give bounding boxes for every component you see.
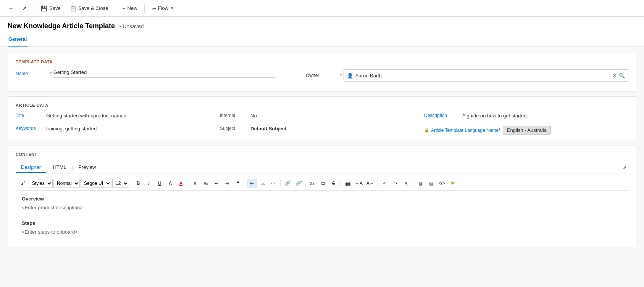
internal-label: Internal [220,113,250,118]
tabs-bar: General [0,32,644,47]
unordered-list-button[interactable]: ≡ [190,179,200,188]
editor-content[interactable]: Overview <Enter product description> Ste… [16,191,628,241]
strikethrough-button[interactable]: S [329,179,339,188]
tab-preview[interactable]: Preview [73,162,101,173]
ltr-button[interactable]: A→ [365,179,376,188]
outdent-button[interactable]: ⇤ [211,179,221,188]
content-header: CONTENT [16,152,628,157]
ed-sep-3 [245,180,245,187]
template-name-row: Name * Getting Started Owner * 👤 Aaron B… [16,69,628,82]
editor-toolbar: 🖌 Styles Normal Segoe UI 12 B I U A̲ A [16,176,628,191]
content-section: CONTENT Designer | HTML | Preview ⇗ 🖌 St… [8,146,636,247]
image-button[interactable]: 📷 [343,179,353,188]
page-unsaved-label: - Unsaved [119,23,144,29]
rtl-button[interactable]: ←A [353,179,364,188]
ed-sep-6 [341,180,341,187]
paintbrush-button[interactable]: 🖌 [18,179,28,188]
title-field: Title Getting started with <product name… [16,113,220,121]
highlight-button[interactable]: A̲ [165,179,175,188]
description-field: Description A guide on how to get starte… [424,113,628,121]
toolbar-sep-1 [34,4,34,13]
owner-clear-button[interactable]: ✕ [613,73,617,78]
font-select[interactable]: Segoe UI [81,179,111,188]
editor-heading-steps: Steps [22,220,622,228]
ordered-list-button[interactable]: ≡₀ [201,179,211,188]
title-value[interactable]: Getting started with <product name> [46,113,212,121]
flow-label: Flow [158,5,168,11]
ed-sep-5 [305,180,305,187]
owner-search-icon[interactable]: 🔍 [619,73,625,79]
keywords-value[interactable]: training, getting started [46,126,212,134]
description-value: A guide on how to get started. [462,113,628,121]
save-button[interactable]: 💾 Save [37,3,65,13]
toolbar-sep-3 [144,4,145,13]
format-select[interactable]: Normal [53,179,80,188]
subscript-button[interactable]: x2 [318,179,328,188]
page-title: New Knowledge Article Template [8,22,115,30]
ed-sep-8 [413,180,413,187]
indent-button[interactable]: ⇥ [222,179,232,188]
name-field: Name * Getting Started [16,69,275,78]
title-label: Title [16,113,46,118]
lock-icon: 🔒 [424,128,429,133]
align-right-button[interactable]: ⇨ [268,179,278,188]
unlink-button[interactable]: 🔗× [293,179,303,188]
italic-button[interactable]: I [144,179,154,188]
popout-icon: ➚ [23,5,27,11]
subject-value[interactable]: Default Subject [250,126,416,134]
align-center-button[interactable]: ⌓ [258,179,268,188]
font-color-button[interactable]: A [176,179,186,188]
article-data-section: ARTICLE DATA Title Getting started with … [8,96,636,141]
toolbar-sep-2 [115,4,115,13]
editor-placeholder-steps: <Enter steps to onboard> [22,228,622,236]
bold-button[interactable]: B [133,179,143,188]
main-toolbar: ← ➚ 💾 Save 📋 Save & Close + New ↣ Flow ▼ [0,0,644,17]
template-data-header: TEMPLATE DATA [16,59,628,64]
editor-heading-overview: Overview [22,195,622,203]
name-required: * [50,71,52,76]
owner-user-icon: 👤 [347,73,353,79]
lang-required: * [499,128,500,133]
blockquote-button[interactable]: ❝ [233,179,243,188]
redo-button[interactable]: ↷ [391,179,400,188]
lang-value[interactable]: English - Australia [503,126,551,135]
content-tabs-bar: Designer | HTML | Preview ⇗ [16,162,628,173]
tab-designer[interactable]: Designer [16,162,46,173]
html-button[interactable]: </> [437,179,447,188]
ed-sep-1 [131,180,131,187]
lang-field: 🔒 Article Template Language Name * Engli… [424,126,628,135]
editor-placeholder-overview: <Enter product description> [22,204,622,212]
name-value[interactable]: Getting Started [53,69,275,78]
ed-sep-4 [280,180,281,187]
owner-input[interactable]: 👤 Aaron Barth ✕ 🔍 [344,69,628,82]
size-select[interactable]: 12 [112,179,129,188]
internal-value: No [250,113,416,121]
owner-label: Owner [306,73,340,78]
flag-button[interactable]: ⚑ [447,179,457,188]
tab-html[interactable]: HTML [47,162,71,173]
table-button[interactable]: ▦ [415,179,425,188]
clear-format-button[interactable]: ✕̲ [401,179,411,188]
owner-required: * [340,73,342,78]
new-button[interactable]: + New [118,3,141,13]
flow-button[interactable]: ↣ Flow ▼ [148,3,178,13]
back-button[interactable]: ← [5,3,17,13]
expand-icon[interactable]: ⇗ [621,163,628,172]
tab-general[interactable]: General [8,32,27,46]
align-left-button[interactable]: ⇤ [247,179,257,188]
subject-label: Subject [220,126,250,131]
insert-row-button[interactable]: ▤ [426,179,436,188]
link-button[interactable]: 🔗 [282,179,292,188]
page-title-bar: New Knowledge Article Template - Unsaved [0,17,644,32]
undo-button[interactable]: ↶ [380,179,390,188]
superscript-button[interactable]: x2 [307,179,317,188]
back-icon: ← [8,5,13,11]
styles-select[interactable]: Styles [29,179,53,188]
keywords-field: Keywords training, getting started [16,126,220,135]
underline-button[interactable]: U [155,179,165,188]
keywords-label: Keywords [16,126,46,131]
popout-button[interactable]: ➚ [19,3,31,13]
save-close-button[interactable]: 📋 Save & Close [66,3,112,13]
lang-label: Article Template Language Name [431,128,499,133]
owner-field-group: Owner * 👤 Aaron Barth ✕ 🔍 [306,69,628,82]
